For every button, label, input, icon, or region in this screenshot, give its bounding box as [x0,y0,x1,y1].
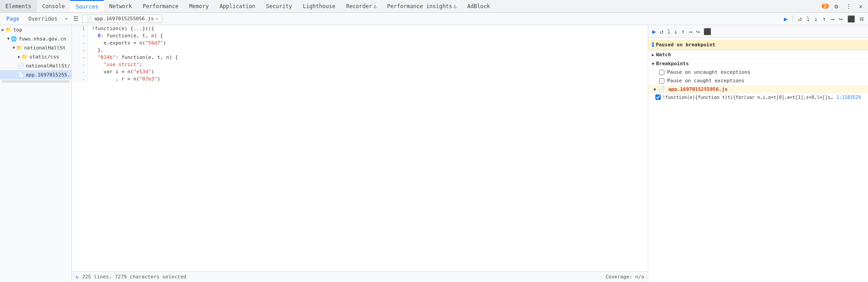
file-tree-panel: ▶ 📁 top ▼ 🌐 fuwu.nhsa.gov.cn ▼ 📁 nationa… [0,25,72,282]
nav-item-network[interactable]: Network [104,0,138,12]
nav-item-adblock[interactable]: AdBlock [462,0,495,12]
file-close-button[interactable]: ✕ [156,16,158,21]
page-tab[interactable]: Page [3,15,23,23]
coverage-text: Coverage: n/a [605,274,644,280]
bp-file-name: app.1697015255056.js [668,86,727,92]
main-area: ▶ 📁 top ▼ 🌐 fuwu.nhsa.gov.cn ▼ 📁 nationa… [0,25,868,282]
tree-item-fuwu[interactable]: ▼ 🌐 fuwu.nhsa.gov.cn [0,34,71,43]
nav-item-lighthouse[interactable]: Lighthouse [298,0,341,12]
tree-arrow-fuwu: ▼ [7,36,9,41]
more-tabs-button[interactable]: » [63,15,70,22]
rt-deactivate-button[interactable]: ⬛ [702,27,712,36]
code-line-6: - "use strict"; [72,61,648,68]
breakpoint-file-row[interactable]: ▼ 📄 app.1697015255056.js [648,85,868,94]
refresh-coverage-icon[interactable]: ↻ [76,274,79,280]
nav-icons-group: 2 ⚙ ⋮ ✕ [822,2,868,11]
tree-item-static-css[interactable]: ▶ 📁 static/css [0,52,71,61]
step-up-button[interactable]: ↑ [821,14,827,23]
rt-step-into-button[interactable]: ⤵ [666,27,672,36]
rt-step-out-button[interactable]: ↓ [672,27,679,36]
watch-chevron: ▶ [652,53,654,57]
right-debug-panel: ▶ ↺ ⤵ ↓ ↑ → ↪ ⬛ ℹ Paused on breakpoint ▶… [648,25,868,282]
nav-item-console[interactable]: Console [37,0,71,12]
pause-uncaught-checkbox[interactable] [659,70,664,75]
code-line-2: - 0: function(e, t, n) { [72,32,648,40]
step-button[interactable]: → [829,14,836,23]
pause-uncaught-row: Pause on uncaught exceptions [648,68,868,76]
rt-step-button[interactable]: → [687,27,694,36]
watch-section: ▶ Watch [648,50,868,59]
breakpoints-chevron: ▼ [652,62,654,66]
code-line-3: - e.exports = n("56d7") [72,40,648,47]
tree-scrollbar[interactable] [2,80,70,83]
nav-item-performance-insights[interactable]: Performance insights △ [382,0,462,12]
nav-item-application[interactable]: Application [214,0,260,12]
code-line-7: - var i = n("e53d") [72,68,648,76]
code-line-8: - , r = n("07e3") [72,76,648,83]
file-icon: 📄 [86,16,93,22]
bp-location: 1:1103529 [837,95,861,100]
top-nav-bar: Elements Console Sources Network Perform… [0,0,868,13]
panel-menu-button[interactable]: ☰ [71,14,80,23]
overrides-tab[interactable]: Overrides [25,15,61,23]
code-line-4: - }, [72,47,648,54]
more-menu-button[interactable]: ⋮ [844,2,854,11]
rt-continue-button[interactable]: ↪ [694,27,701,36]
tree-arrow-top: ▶ [2,27,4,32]
nav-item-memory[interactable]: Memory [184,0,214,12]
bp-arrow: ▼ [654,87,656,92]
close-devtools-button[interactable]: ✕ [857,2,864,11]
stop-button[interactable]: ⬛ [846,14,856,23]
breakpoints-section-header[interactable]: ▼ Breakpoints [648,59,868,68]
issues-badge: 2 [822,4,829,9]
bp-active-checkbox[interactable] [655,94,661,100]
info-icon: ℹ [652,41,654,48]
deactivate-breakpoints-button[interactable]: ↪ [837,14,844,23]
tree-item-nationalhallst[interactable]: ▼ 📁 nationalHallSt [0,43,71,52]
pause-caught-checkbox[interactable] [659,78,664,84]
breakpoints-section: ▼ Breakpoints Pause on uncaught exceptio… [648,59,868,101]
settings-button[interactable]: ⚙ [832,2,840,11]
right-panel-content: ℹ Paused on breakpoint ▶ Watch ▼ Breakpo… [648,38,868,282]
nav-item-recorder[interactable]: Recorder △ [341,0,382,12]
second-toolbar: Page Overrides » ☰ 📄 app.1697015255056.j… [0,13,868,25]
pause-caught-row: Pause on caught exceptions [648,76,868,85]
tree-item-top[interactable]: ▶ 📁 top [0,25,71,34]
tree-item-nationalhallst-file[interactable]: 📄 nationalHallSt/ [0,61,71,70]
code-editor-panel: 1 !function(e) {...}(({ - 0: function(e,… [72,25,648,282]
rt-resume-button[interactable]: ▶ [651,27,657,36]
nav-item-security[interactable]: Security [261,0,298,12]
code-area[interactable]: 1 !function(e) {...}(({ - 0: function(e,… [72,25,648,271]
step-into-button[interactable]: ⤵ [805,14,811,23]
bp-code-preview: !function(e){function t(t){for(var n,i,o… [663,95,835,100]
resume-button[interactable]: ▶ [783,14,789,23]
nav-item-performance[interactable]: Performance [138,0,184,12]
code-line-1: 1 !function(e) {...}(({ [72,25,648,32]
watch-section-header[interactable]: ▶ Watch [648,50,868,59]
nav-item-elements[interactable]: Elements [0,0,37,12]
toggle-sidebar-button[interactable]: ⊟ [858,14,865,23]
rt-step-over-button[interactable]: ↺ [658,27,664,36]
code-status-bar: ↻ 225 lines, 7279 characters selected Co… [72,271,648,282]
code-line-5: - "014b": function(e, t, n) { [72,54,648,61]
code-status-text: 225 lines, 7279 characters selected [82,274,187,280]
paused-on-breakpoint-header: ℹ Paused on breakpoint [648,40,868,50]
right-toolbar: ▶ ↺ ⤵ ↓ ↑ → ↪ ⬛ [648,25,868,38]
rt-step-up-button[interactable]: ↑ [680,27,686,36]
step-over-button[interactable]: ↺ [797,14,803,23]
breakpoint-code-row[interactable]: !function(e){function t(t){for(var n,i,o… [648,94,868,101]
tree-item-app-file[interactable]: 📄 app.1697015255... [0,70,71,79]
debug-icons-group: ▶ ↺ ⤵ ↓ ↑ → ↪ ⬛ [783,14,856,23]
bp-file-icon: 📄 [659,86,665,92]
nav-item-sources[interactable]: Sources [70,0,104,12]
file-tab-app[interactable]: 📄 app.1697015255056.js ✕ [82,14,162,23]
step-out-button[interactable]: ↓ [813,14,819,23]
